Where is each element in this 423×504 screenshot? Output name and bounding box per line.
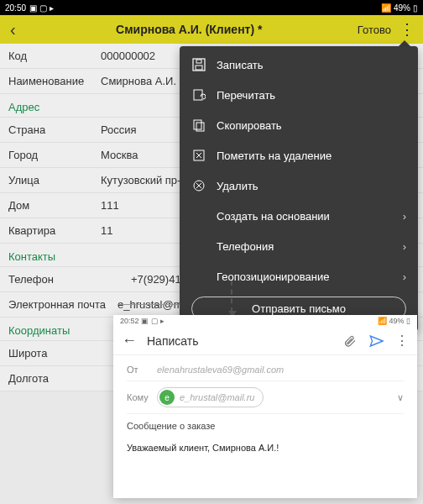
send-icon[interactable]	[368, 333, 384, 349]
apt-value: 11	[101, 224, 112, 237]
menu-reread-label: Перечитать	[217, 89, 406, 102]
reread-icon	[191, 87, 206, 102]
chevron-right-icon: ›	[403, 270, 406, 283]
phone-status-bar: 20:50 ▣ ▢ ▸ 📶 49% ▯	[0, 0, 423, 15]
house-value: 111	[101, 199, 119, 212]
compose-content[interactable]: Уважаемый клиент, Смирнова А.И.!	[127, 434, 404, 461]
menu-mark-delete-label: Пометить на удаление	[217, 150, 406, 162]
app-header: ‹ Смирнова А.И. (Клиент) * Готово ⋮	[0, 15, 423, 44]
avatar: e	[159, 390, 175, 405]
menu-delete[interactable]: Удалить	[180, 171, 418, 201]
battery-icon: ▯	[413, 3, 418, 13]
code-label: Код	[8, 50, 101, 62]
status-signal-icon: 📶	[381, 3, 391, 13]
mark-delete-icon	[191, 148, 206, 163]
svg-rect-1	[196, 66, 202, 70]
svg-rect-0	[193, 59, 205, 71]
lon-label: Долгота	[8, 372, 101, 385]
from-value: elenahrustaleva69@gmail.com	[157, 365, 284, 375]
name-label: Наименование	[8, 75, 101, 87]
compose-status-time: 20:52	[120, 317, 139, 325]
menu-copy[interactable]: Скопировать	[180, 110, 418, 140]
house-label: Дом	[8, 199, 101, 212]
menu-delete-label: Удалить	[217, 180, 406, 192]
menu-telephony-label: Телефония	[217, 240, 393, 253]
save-icon	[191, 57, 206, 72]
country-label: Страна	[8, 123, 101, 136]
svg-rect-4	[194, 120, 201, 129]
menu-send-mail-label: Отправить письмо	[252, 302, 346, 315]
compose-body: От elenahrustaleva69@gmail.com Кому e e_…	[113, 355, 417, 465]
delete-icon	[191, 178, 206, 193]
svg-rect-2	[196, 60, 201, 63]
to-label: Кому	[127, 392, 157, 402]
context-menu: Записать Перечитать Скопировать Пометить…	[180, 46, 418, 331]
menu-create-based[interactable]: Создать на основании ›	[180, 201, 418, 231]
annotation-arrow	[231, 281, 232, 312]
name-value: Смирнова А.И.	[101, 75, 176, 87]
compose-window: 20:52 ▣ ▢ ▸ 📶 49% ▯ ← Написать ⋮ От elen…	[113, 315, 417, 498]
expand-recipients-icon[interactable]: ∨	[397, 392, 404, 403]
recipient-chip[interactable]: e e_hrustal@mail.ru	[157, 387, 264, 407]
more-menu-button[interactable]: ⋮	[396, 20, 418, 39]
compose-status-battery: 49%	[389, 317, 404, 325]
lat-label: Широта	[8, 347, 101, 360]
compose-subject[interactable]: Сообщение о заказе	[127, 414, 404, 434]
chevron-right-icon: ›	[403, 210, 406, 223]
chevron-right-icon: ›	[403, 240, 406, 253]
compose-more-icon[interactable]: ⋮	[395, 333, 409, 349]
code-value: 000000002	[101, 50, 155, 62]
status-time: 20:50	[5, 3, 26, 13]
copy-icon	[191, 118, 206, 133]
menu-save[interactable]: Записать	[180, 50, 418, 80]
menu-mark-delete[interactable]: Пометить на удаление	[180, 140, 418, 171]
city-value: Москва	[101, 149, 138, 161]
empty-icon	[191, 269, 206, 284]
back-button[interactable]: ‹	[5, 20, 21, 39]
menu-geo[interactable]: Геопозиционирование ›	[180, 261, 418, 291]
compose-header: ← Написать ⋮	[113, 327, 417, 355]
recipient-value: e_hrustal@mail.ru	[180, 392, 254, 402]
menu-save-label: Записать	[217, 59, 406, 71]
compose-back-button[interactable]: ←	[122, 332, 147, 349]
compose-from-row[interactable]: От elenahrustaleva69@gmail.com	[127, 359, 404, 381]
street-label: Улица	[8, 174, 101, 186]
status-icon: ▣ ▢ ▸	[29, 3, 54, 13]
menu-geo-label: Геопозиционирование	[217, 270, 393, 283]
empty-icon	[191, 208, 206, 223]
city-label: Город	[8, 149, 101, 161]
done-button[interactable]: Готово	[358, 24, 396, 36]
menu-telephony[interactable]: Телефония ›	[180, 231, 418, 261]
compose-title: Написать	[147, 334, 343, 348]
page-title: Смирнова А.И. (Клиент) *	[21, 23, 358, 36]
compose-status-bar: 20:52 ▣ ▢ ▸ 📶 49% ▯	[113, 315, 417, 327]
compose-to-row[interactable]: Кому e e_hrustal@mail.ru ∨	[127, 381, 404, 414]
apt-label: Квартира	[8, 224, 101, 237]
status-battery: 49%	[394, 3, 410, 13]
attach-icon[interactable]	[343, 334, 357, 348]
menu-reread[interactable]: Перечитать	[180, 80, 418, 110]
phone-label: Телефон	[8, 273, 101, 286]
menu-create-based-label: Создать на основании	[217, 210, 393, 223]
from-label: От	[127, 365, 157, 375]
email-label: Электронная почта	[8, 298, 118, 311]
menu-copy-label: Скопировать	[217, 119, 406, 132]
street-value: Кутузовский пр-т	[101, 174, 185, 186]
country-value: Россия	[101, 123, 137, 136]
empty-icon	[191, 239, 206, 254]
